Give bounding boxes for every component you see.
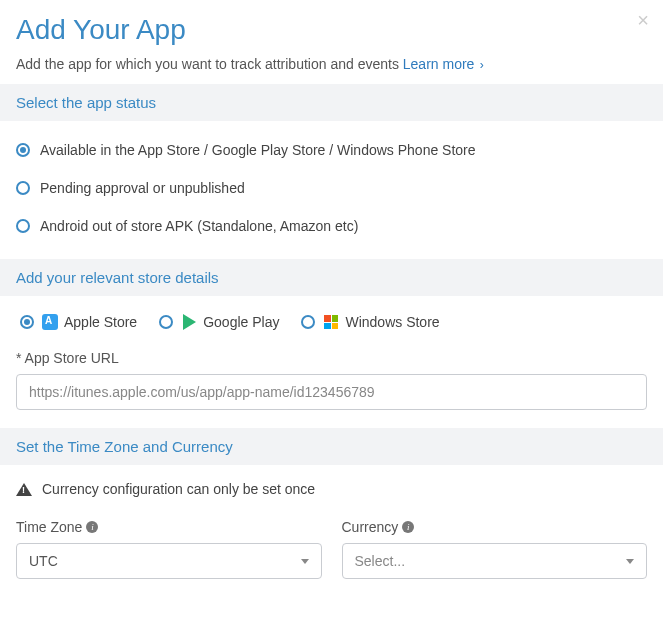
- app-store-url-input[interactable]: [16, 374, 647, 410]
- status-option-label: Pending approval or unpublished: [40, 180, 245, 196]
- store-options: Apple Store Google Play Windows Store: [0, 296, 663, 346]
- info-icon[interactable]: i: [86, 521, 98, 533]
- radio-icon: [16, 143, 30, 157]
- currency-value: Select...: [355, 553, 406, 569]
- section-timezone-currency: Set the Time Zone and Currency: [0, 428, 663, 465]
- section-store-details: Add your relevant store details: [0, 259, 663, 296]
- status-option-pending[interactable]: Pending approval or unpublished: [16, 169, 647, 207]
- radio-icon: [16, 219, 30, 233]
- status-option-available[interactable]: Available in the App Store / Google Play…: [16, 131, 647, 169]
- store-option-apple[interactable]: Apple Store: [20, 314, 137, 330]
- timezone-select[interactable]: UTC: [16, 543, 322, 579]
- chevron-down-icon: [626, 559, 634, 564]
- currency-warning: Currency configuration can only be set o…: [0, 465, 663, 505]
- timezone-value: UTC: [29, 553, 58, 569]
- add-app-modal: × Add Your App Add the app for which you…: [0, 0, 663, 589]
- status-option-out-of-store[interactable]: Android out of store APK (Standalone, Am…: [16, 207, 647, 245]
- store-option-google[interactable]: Google Play: [159, 314, 279, 330]
- radio-icon: [20, 315, 34, 329]
- timezone-label: Time Zone i: [16, 519, 322, 535]
- modal-title: Add Your App: [16, 14, 647, 46]
- store-option-label: Apple Store: [64, 314, 137, 330]
- section-app-status: Select the app status: [0, 84, 663, 121]
- status-option-label: Android out of store APK (Standalone, Am…: [40, 218, 358, 234]
- status-option-label: Available in the App Store / Google Play…: [40, 142, 476, 158]
- timezone-label-text: Time Zone: [16, 519, 82, 535]
- timezone-field: Time Zone i UTC: [16, 519, 322, 579]
- store-option-label: Windows Store: [345, 314, 439, 330]
- chevron-right-icon: ›: [476, 58, 483, 72]
- learn-more-link[interactable]: Learn more ›: [403, 56, 484, 72]
- subtitle-text: Add the app for which you want to track …: [16, 56, 403, 72]
- modal-header: Add Your App Add the app for which you w…: [0, 0, 663, 84]
- chevron-down-icon: [301, 559, 309, 564]
- app-store-url-field: * App Store URL: [0, 346, 663, 428]
- warning-text: Currency configuration can only be set o…: [42, 481, 315, 497]
- app-status-options: Available in the App Store / Google Play…: [0, 121, 663, 259]
- currency-select[interactable]: Select...: [342, 543, 648, 579]
- close-icon[interactable]: ×: [637, 10, 649, 30]
- currency-label-text: Currency: [342, 519, 399, 535]
- currency-field: Currency i Select...: [342, 519, 648, 579]
- modal-subtitle: Add the app for which you want to track …: [16, 56, 647, 72]
- radio-icon: [159, 315, 173, 329]
- learn-more-label: Learn more: [403, 56, 475, 72]
- store-option-windows[interactable]: Windows Store: [301, 314, 439, 330]
- radio-icon: [16, 181, 30, 195]
- currency-label: Currency i: [342, 519, 648, 535]
- apple-store-icon: [42, 314, 58, 330]
- windows-store-icon: [323, 314, 339, 330]
- warning-icon: [16, 483, 32, 496]
- radio-icon: [301, 315, 315, 329]
- app-store-url-label: * App Store URL: [16, 350, 647, 366]
- info-icon[interactable]: i: [402, 521, 414, 533]
- google-play-icon: [181, 314, 197, 330]
- store-option-label: Google Play: [203, 314, 279, 330]
- tz-currency-row: Time Zone i UTC Currency i Select...: [0, 505, 663, 579]
